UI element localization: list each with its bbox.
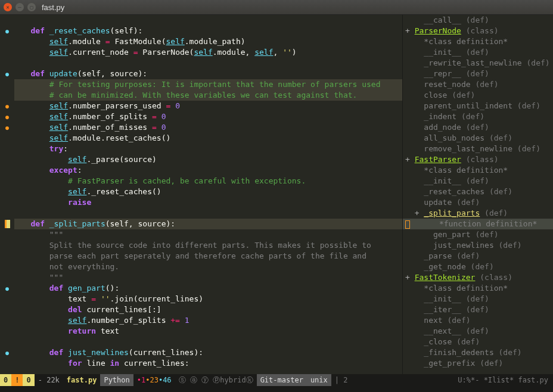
cursor-line-marker	[0, 219, 14, 229]
fold-marker-icon[interactable]: ●	[0, 69, 14, 79]
warning-count[interactable]: 0	[0, 374, 11, 386]
right-status: U:%*- *Ilist* fast.py	[454, 374, 553, 386]
close-icon[interactable]: ✕	[4, 3, 12, 11]
minibuffer[interactable]	[0, 386, 553, 392]
fold-marker-icon[interactable]: ●	[0, 347, 14, 358]
change-marker-icon: ●	[0, 122, 14, 133]
fold-marker-icon[interactable]: ●	[0, 283, 14, 294]
gutter: ● ● ● ● ● ● ●	[0, 15, 14, 374]
outline-current-fn[interactable]: + _split_parts (def)	[403, 208, 553, 219]
file-name: fast.py	[63, 374, 101, 386]
editor-area: ● ● ● ● ● ● ● def _reset_caches(self): s…	[0, 15, 553, 374]
diff-stats: •1 •23 •46	[133, 374, 175, 386]
change-marker-icon: ●	[0, 101, 14, 111]
outline-class[interactable]: + FastParser (class)	[403, 154, 553, 165]
position: | 2	[331, 374, 352, 386]
outline-class[interactable]: + ParserNode (class)	[403, 26, 553, 36]
window-buttons: ✕ – ▢	[4, 3, 36, 11]
fold-marker-icon[interactable]: ●	[0, 26, 14, 36]
error-count[interactable]: !	[11, 374, 23, 386]
title-bar: ✕ – ▢ fast.py	[0, 0, 553, 15]
outline-selected[interactable]: *function definition*	[403, 219, 553, 229]
outline-pane[interactable]: __call__ (def) + ParserNode (class) *cla…	[403, 15, 553, 374]
change-marker-icon: ●	[0, 111, 14, 122]
major-mode[interactable]: Python	[100, 374, 133, 386]
maximize-icon[interactable]: ▢	[27, 3, 36, 11]
outline-class[interactable]: + FastTokenizer (class)	[403, 272, 553, 283]
window-title: fast.py	[42, 3, 64, 12]
file-size: - 22k	[35, 374, 63, 386]
code-editor[interactable]: def _reset_caches(self): self.module = F…	[14, 15, 402, 374]
vc-branch[interactable]: Git-master	[257, 374, 307, 386]
cursor-mark-icon	[405, 220, 410, 229]
info-count[interactable]: 0	[23, 374, 34, 386]
status-bar: 0 ! 0 - 22k fast.py Python •1 •23 •46 ⓢ …	[0, 374, 553, 386]
encoding: unix	[307, 374, 331, 386]
minor-modes: ⓢ ⓐ ⓨ ⓟ hybrid ⓚ	[175, 374, 257, 386]
minimize-icon[interactable]: –	[15, 3, 24, 11]
